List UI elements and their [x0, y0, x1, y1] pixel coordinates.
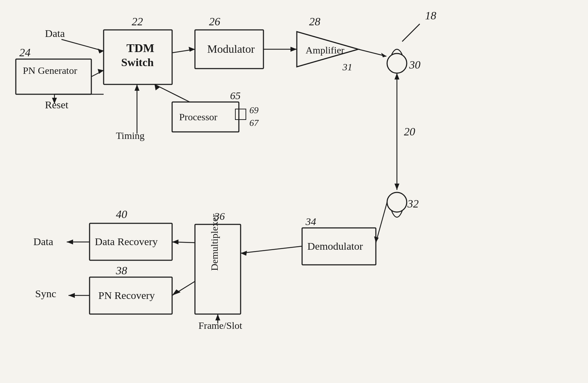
ref-20-label: 20 — [404, 125, 415, 138]
ref-65-label: 65 — [230, 90, 241, 101]
ref-38-label: 38 — [116, 264, 127, 277]
ref-26-label: 26 — [209, 15, 220, 28]
block-diagram-svg: 22 TDM Switch 26 Modulator 28 Amplifier … — [0, 0, 588, 383]
frame-slot-label: Frame/Slot — [198, 320, 242, 331]
data-recovery-label: Data Recovery — [95, 236, 158, 247]
ref-22-label: 22 — [132, 15, 143, 28]
ref-30-label: 30 — [409, 58, 420, 71]
svg-rect-0 — [0, 0, 588, 383]
demultiplexer-label: Demultiplexer — [209, 214, 220, 271]
diagram-container: 22 TDM Switch 26 Modulator 28 Amplifier … — [0, 0, 588, 383]
ref-34-label: 34 — [305, 216, 316, 227]
ref-40-label: 40 — [116, 208, 127, 221]
modulator-label: Modulator — [207, 43, 255, 55]
ref-18-label: 18 — [425, 9, 436, 22]
demodulator-label: Demodulator — [307, 240, 363, 252]
tdm-label-t: TDM — [126, 42, 154, 55]
ref-67-label: 67 — [249, 118, 259, 128]
processor-label: Processor — [179, 111, 218, 122]
data-out-label: Data — [33, 236, 53, 247]
sync-out-label: Sync — [35, 288, 56, 299]
amplifier-label: Amplifier — [306, 45, 345, 56]
ref-28-label: 28 — [309, 15, 320, 28]
pn-generator-label1: PN Generator — [23, 65, 77, 76]
ref-24-label: 24 — [19, 46, 31, 59]
ref-31-label: 31 — [342, 62, 352, 72]
timing-label: Timing — [116, 130, 144, 141]
reset-label: Reset — [45, 99, 68, 110]
ref-69-label: 69 — [249, 105, 259, 115]
tdm-label-switch: Switch — [121, 56, 154, 69]
pn-recovery-label: PN Recovery — [98, 289, 155, 301]
ref-32-label: 32 — [407, 197, 419, 210]
data-in-label: Data — [45, 27, 65, 39]
